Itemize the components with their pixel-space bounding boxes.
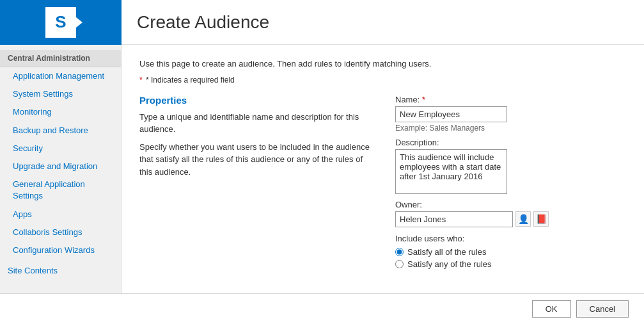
name-example: Example: Sales Managers — [395, 124, 549, 133]
logo-arrow-icon — [76, 17, 82, 28]
sidebar-section-header: Central Administration — [0, 50, 121, 67]
name-input[interactable] — [395, 106, 507, 122]
name-label-text: Name: — [395, 95, 420, 104]
sidebar: Central Administration Application Manag… — [0, 45, 122, 293]
left-description-2: Specify whether you want users to be inc… — [139, 141, 370, 179]
required-text: * Indicates a required field — [146, 76, 235, 85]
name-label: Name: * — [395, 95, 549, 104]
description-label: Description: — [395, 138, 549, 147]
sidebar-item-apps[interactable]: Apps — [0, 206, 121, 223]
name-required-asterisk: * — [422, 95, 425, 104]
ok-button[interactable]: OK — [532, 300, 571, 318]
sidebar-item-application-management[interactable]: Application Management — [0, 67, 121, 85]
sidebar-item-site-contents[interactable]: Site Contents — [0, 262, 121, 279]
footer: OK Cancel — [0, 293, 644, 324]
radio-satisfy-all-label: Satisfy all of the rules — [407, 247, 487, 257]
owner-book-icon[interactable]: 📕 — [533, 211, 549, 227]
page-title: Create Audience — [122, 12, 269, 33]
radio-satisfy-all[interactable]: Satisfy all of the rules — [395, 247, 549, 257]
owner-label: Owner: — [395, 200, 549, 209]
logo-s-icon: S — [55, 12, 66, 32]
form-layout: Properties Type a unique and identifiabl… — [139, 95, 626, 271]
sidebar-item-collaboris-settings[interactable]: Collaboris Settings — [0, 223, 121, 241]
owner-browse-icon[interactable]: 👤 — [515, 211, 531, 227]
section-title: Properties — [139, 95, 370, 106]
include-label: Include users who: — [395, 234, 549, 243]
form-left: Properties Type a unique and identifiabl… — [139, 95, 370, 271]
required-asterisk: * — [139, 76, 143, 85]
header-logo: S — [0, 0, 122, 45]
owner-row: 👤 📕 — [395, 211, 549, 227]
main-layout: Central Administration Application Manag… — [0, 45, 644, 293]
logo-box: S — [45, 7, 76, 38]
sidebar-item-upgrade-migration[interactable]: Upgrade and Migration — [0, 158, 121, 175]
description-input[interactable] — [395, 149, 507, 194]
cancel-button[interactable]: Cancel — [576, 300, 629, 318]
sidebar-item-backup-restore[interactable]: Backup and Restore — [0, 122, 121, 140]
sidebar-item-system-settings[interactable]: System Settings — [0, 85, 121, 103]
left-description-1: Type a unique and identifiable name and … — [139, 111, 370, 136]
owner-input[interactable] — [395, 211, 513, 227]
sidebar-item-general-application-settings[interactable]: General Application Settings — [0, 175, 121, 205]
form-right: Name: * Example: Sales Managers Descript… — [395, 95, 549, 271]
sidebar-item-monitoring[interactable]: Monitoring — [0, 103, 121, 121]
radio-satisfy-any-label: Satisfy any of the rules — [407, 259, 492, 269]
radio-satisfy-any[interactable]: Satisfy any of the rules — [395, 259, 549, 269]
radio-satisfy-all-input[interactable] — [395, 248, 404, 256]
radio-satisfy-any-input[interactable] — [395, 260, 404, 268]
required-note: * * Indicates a required field — [139, 76, 626, 85]
header: S Create Audience — [0, 0, 644, 45]
page-description: Use this page to create an audience. The… — [139, 58, 626, 70]
sidebar-item-configuration-wizards[interactable]: Configuration Wizards — [0, 241, 121, 259]
content-area: Use this page to create an audience. The… — [122, 45, 644, 293]
sidebar-item-security[interactable]: Security — [0, 140, 121, 158]
